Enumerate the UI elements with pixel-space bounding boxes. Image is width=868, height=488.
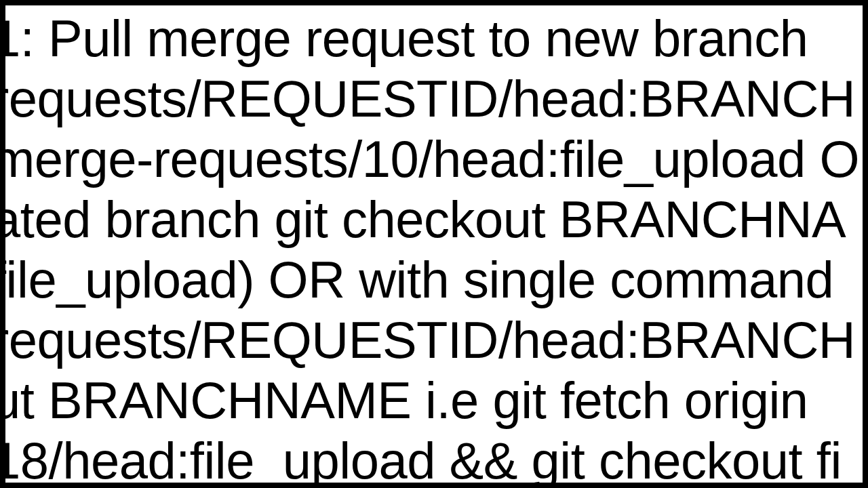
document-frame: 1: Pull merge request to new branch requ… — [0, 0, 868, 488]
text-line-6: requests/REQUESTID/head:BRANCH — [0, 310, 855, 370]
text-line-7: ut BRANCHNAME i.e git fetch origin — [0, 370, 808, 430]
text-line-3: merge-requests/10/head:file_upload O — [0, 129, 859, 189]
text-line-2: requests/REQUESTID/head:BRANCH — [0, 68, 855, 129]
text-line-1: 1: Pull merge request to new branch — [0, 8, 808, 68]
text-line-5: file_upload) OR with single command — [0, 249, 833, 310]
text-line-8: 18/head:file_upload && git checkout fi — [0, 430, 842, 488]
text-line-4: ated branch git checkout BRANCHNA — [0, 189, 846, 249]
